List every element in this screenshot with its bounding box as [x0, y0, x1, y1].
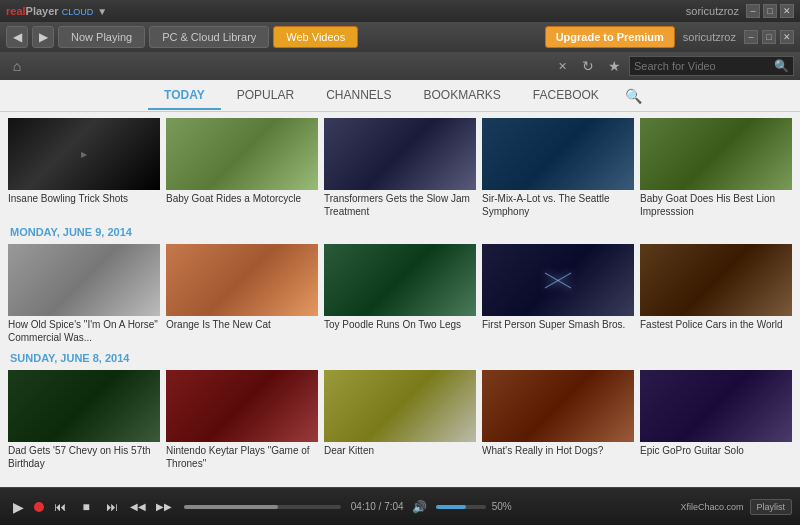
logo-watermark: XfileChaco.com: [680, 502, 743, 512]
web-videos-tab[interactable]: Web Videos: [273, 26, 358, 48]
minimize-button[interactable]: –: [746, 4, 760, 18]
tab-facebook[interactable]: FACEBOOK: [517, 82, 615, 110]
video-item[interactable]: ▶ Insane Bowling Trick Shots: [8, 118, 160, 218]
play-button[interactable]: ▶: [8, 497, 28, 517]
video-title: Transformers Gets the Slow Jam Treatment: [324, 192, 476, 218]
video-thumbnail: [324, 244, 476, 316]
bookmark-star-icon[interactable]: ★: [603, 55, 625, 77]
progress-bar[interactable]: [184, 505, 341, 509]
stop-button[interactable]: ■: [76, 497, 96, 517]
video-thumbnail: [8, 244, 160, 316]
video-item[interactable]: How Old Spice's "I'm On A Horse" Commerc…: [8, 244, 160, 344]
video-item[interactable]: Sir-Mix-A-Lot vs. The Seattle Symphony: [482, 118, 634, 218]
video-item[interactable]: Epic GoPro Guitar Solo: [640, 370, 792, 470]
video-title: Fastest Police Cars in the World: [640, 318, 792, 331]
video-thumbnail: [640, 118, 792, 190]
home-icon[interactable]: ⌂: [6, 55, 28, 77]
volume-bar[interactable]: [436, 505, 486, 509]
tab-search-icon[interactable]: 🔍: [615, 82, 652, 110]
win-min-nav[interactable]: –: [744, 30, 758, 44]
fastforward-button[interactable]: ▶▶: [154, 497, 174, 517]
toolbar: ⌂ ✕ ↻ ★ 🔍: [0, 52, 800, 80]
upgrade-button[interactable]: Upgrade to Premium: [545, 26, 675, 48]
video-thumbnail: [482, 370, 634, 442]
video-item[interactable]: Toy Poodle Runs On Two Legs: [324, 244, 476, 344]
video-item[interactable]: Fastest Police Cars in the World: [640, 244, 792, 344]
video-item[interactable]: Nintendo Keytar Plays "Game of Thrones": [166, 370, 318, 470]
app-logo: realPlayer CLOUD: [6, 5, 93, 17]
video-item[interactable]: First Person Super Smash Bros.: [482, 244, 634, 344]
win-max-nav[interactable]: □: [762, 30, 776, 44]
video-thumbnail: [640, 244, 792, 316]
now-playing-tab[interactable]: Now Playing: [58, 26, 145, 48]
video-thumbnail: [8, 370, 160, 442]
maximize-button[interactable]: □: [763, 4, 777, 18]
win-close-nav[interactable]: ✕: [780, 30, 794, 44]
pc-cloud-tab[interactable]: PC & Cloud Library: [149, 26, 269, 48]
video-item[interactable]: Baby Goat Does His Best Lion Impresssion: [640, 118, 792, 218]
username-label: soricutzroz: [686, 5, 739, 17]
record-button[interactable]: [34, 502, 44, 512]
tab-today[interactable]: TODAY: [148, 82, 221, 110]
search-input[interactable]: [634, 60, 774, 72]
video-title: First Person Super Smash Bros.: [482, 318, 634, 331]
video-title: Dad Gets '57 Chevy on His 57th Birthday: [8, 444, 160, 470]
title-bar-left: realPlayer CLOUD ▼: [6, 5, 107, 17]
video-thumbnail: [640, 370, 792, 442]
video-title: Orange Is The New Cat: [166, 318, 318, 331]
refresh-icon[interactable]: ↻: [577, 55, 599, 77]
video-title: Baby Goat Does His Best Lion Impresssion: [640, 192, 792, 218]
close-tab-icon[interactable]: ✕: [551, 55, 573, 77]
playlist-button[interactable]: Playlist: [750, 499, 793, 515]
video-thumbnail: [166, 118, 318, 190]
tab-popular[interactable]: POPULAR: [221, 82, 310, 110]
content-area: ▶ Insane Bowling Trick Shots Baby Goat R…: [0, 112, 800, 487]
video-section-today: ▶ Insane Bowling Trick Shots Baby Goat R…: [8, 118, 792, 218]
date-label-sunday: SUNDAY, JUNE 8, 2014: [10, 352, 792, 364]
video-title: What's Really in Hot Dogs?: [482, 444, 634, 457]
video-title: How Old Spice's "I'm On A Horse" Commerc…: [8, 318, 160, 344]
date-label-monday: MONDAY, JUNE 9, 2014: [10, 226, 792, 238]
video-item[interactable]: Orange Is The New Cat: [166, 244, 318, 344]
prev-button[interactable]: ⏮: [50, 497, 70, 517]
video-item[interactable]: What's Really in Hot Dogs?: [482, 370, 634, 470]
video-item[interactable]: Dear Kitten: [324, 370, 476, 470]
title-bar: realPlayer CLOUD ▼ soricutzroz – □ ✕: [0, 0, 800, 22]
time-display: 04:10 / 7:04: [351, 501, 404, 512]
video-thumbnail: [166, 370, 318, 442]
title-bar-right: soricutzroz – □ ✕: [686, 4, 794, 18]
video-title: Toy Poodle Runs On Two Legs: [324, 318, 476, 331]
video-thumbnail: [166, 244, 318, 316]
video-title: Baby Goat Rides a Motorcycle: [166, 192, 318, 205]
video-item[interactable]: Baby Goat Rides a Motorcycle: [166, 118, 318, 218]
rewind-button[interactable]: ◀◀: [128, 497, 148, 517]
title-dropdown-icon[interactable]: ▼: [97, 6, 107, 17]
video-grid: ▶ Insane Bowling Trick Shots Baby Goat R…: [8, 118, 792, 218]
video-thumbnail: ▶: [8, 118, 160, 190]
video-grid: Dad Gets '57 Chevy on His 57th Birthday …: [8, 370, 792, 470]
search-icon[interactable]: 🔍: [774, 59, 789, 73]
video-section-monday: MONDAY, JUNE 9, 2014 How Old Spice's "I'…: [8, 226, 792, 344]
video-title: Sir-Mix-A-Lot vs. The Seattle Symphony: [482, 192, 634, 218]
video-title: Epic GoPro Guitar Solo: [640, 444, 792, 457]
forward-button[interactable]: ▶: [32, 26, 54, 48]
username-nav: soricutzroz: [679, 31, 740, 43]
volume-fill: [436, 505, 466, 509]
player-bar: ▶ ⏮ ■ ⏭ ◀◀ ▶▶ 04:10 / 7:04 🔊 50% XfileCh…: [0, 487, 800, 525]
video-title: Nintendo Keytar Plays "Game of Thrones": [166, 444, 318, 470]
tab-bookmarks[interactable]: BOOKMARKS: [408, 82, 517, 110]
video-title: Insane Bowling Trick Shots: [8, 192, 160, 205]
video-item[interactable]: Transformers Gets the Slow Jam Treatment: [324, 118, 476, 218]
tab-channels[interactable]: CHANNELS: [310, 82, 407, 110]
next-button[interactable]: ⏭: [102, 497, 122, 517]
volume-icon[interactable]: 🔊: [410, 497, 430, 517]
video-thumbnail: [324, 118, 476, 190]
video-grid: How Old Spice's "I'm On A Horse" Commerc…: [8, 244, 792, 344]
close-button[interactable]: ✕: [780, 4, 794, 18]
video-thumbnail: [482, 244, 634, 316]
search-box: 🔍: [629, 56, 794, 76]
progress-fill: [184, 505, 278, 509]
nav-bar: ◀ ▶ Now Playing PC & Cloud Library Web V…: [0, 22, 800, 52]
back-button[interactable]: ◀: [6, 26, 28, 48]
video-item[interactable]: Dad Gets '57 Chevy on His 57th Birthday: [8, 370, 160, 470]
